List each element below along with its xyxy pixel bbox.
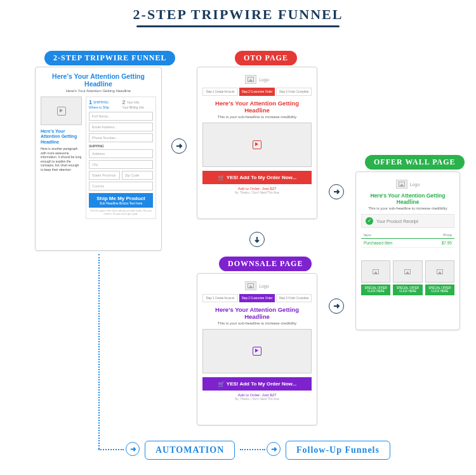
card2-label: OTO PAGE: [235, 51, 297, 65]
offer-button[interactable]: SPECIAL OFFER CLICK HERE: [361, 284, 390, 295]
play-icon: [253, 347, 261, 356]
dotted-connector: [98, 254, 100, 449]
logo-placeholder: [396, 180, 407, 189]
followup-box: Follow-Up Funnels: [286, 441, 390, 460]
shipping-label: SHIPPING: [89, 144, 153, 148]
tab-step1: Step 1 Create Account: [202, 294, 238, 302]
offer-1: SPECIAL OFFER CLICK HERE: [361, 260, 390, 295]
tab-step3: Step 3 Order Complete: [276, 294, 312, 302]
downsale-video: [202, 329, 312, 373]
image-icon: [399, 182, 405, 187]
table-header: ItemPrice: [361, 232, 454, 239]
table-row: Purchased Item$7.95: [361, 239, 454, 248]
city-input[interactable]: City: [89, 160, 153, 169]
offer-button[interactable]: SPECIAL OFFER CLICK HERE: [393, 284, 422, 295]
arrow-down-icon: [249, 232, 265, 247]
c1-video-thumb: [41, 97, 82, 125]
image-icon: [437, 269, 443, 274]
downsale-addline: Add to Order- Just $27: [202, 393, 312, 397]
oto-video: [202, 123, 312, 167]
diagram-title: 2-STEP TRIPWIRE FUNNEL: [0, 6, 476, 23]
downsale-sub: This is your sub-headline to increase cr…: [202, 321, 312, 325]
logo-text: Logo: [259, 77, 269, 82]
tab-step2: Step 2 Customize Order: [239, 88, 275, 96]
country-input[interactable]: Country: [89, 182, 153, 191]
cart-icon: [218, 175, 224, 180]
zip-input[interactable]: Zip Code: [122, 171, 153, 180]
offerwall-headline: Here's Your Attention Getting Headline: [361, 192, 454, 205]
offer-image: [361, 260, 390, 283]
offer-2: SPECIAL OFFER CLICK HERE: [393, 260, 422, 295]
play-icon: [253, 140, 261, 149]
cart-icon: [218, 382, 224, 387]
arrow-right-icon: [171, 138, 187, 154]
image-icon: [248, 77, 254, 82]
ship-product-button[interactable]: Ship Me My Product Sub Headline Button T…: [89, 193, 153, 208]
check-icon: ✓: [366, 217, 373, 225]
offer-button[interactable]: SPECIAL OFFER CLICK HERE: [425, 284, 454, 295]
fineprint: Text that goes here that nobody actually…: [89, 210, 153, 216]
c1-sub: Here's Your Attention Getting Headline: [41, 89, 156, 93]
logo-text: Logo: [259, 284, 269, 288]
step-1: 1SHIPPINGWhere to Ship: [89, 100, 120, 109]
offer-image: [425, 260, 454, 283]
oto-addline: Add to Order- Just $27: [202, 187, 312, 191]
dotted-connector: [98, 449, 124, 450]
image-icon: [404, 269, 411, 274]
oto-nothanks[interactable]: No, Thanks. I Don't Need This Now: [202, 191, 312, 194]
tripwire-card: Here's Your Attention Getting Headline H…: [35, 67, 162, 251]
card3-label: DOWNSALE PAGE: [219, 257, 312, 271]
logo-placeholder: [245, 281, 256, 290]
dotted-connector: [240, 449, 265, 450]
arrow-right-icon: [329, 298, 344, 314]
oto-card: Logo Step 1 Create Account Step 2 Custom…: [197, 67, 317, 219]
offer-3: SPECIAL OFFER CLICK HERE: [425, 260, 454, 295]
image-icon: [373, 269, 379, 274]
email-input[interactable]: Email Address...: [89, 123, 153, 131]
arrow-right-icon: [126, 442, 140, 456]
arrow-right-icon: [329, 184, 344, 199]
c1-headline: Here's Your Attention Getting Headline: [41, 72, 156, 88]
tab-step3: Step 3 Order Complete: [276, 88, 312, 96]
address-input[interactable]: Address: [89, 149, 153, 158]
oto-cta-button[interactable]: YES! Add To My Order Now...: [202, 171, 312, 184]
image-icon: [248, 283, 254, 288]
state-input[interactable]: State/ Province: [89, 171, 120, 180]
receipt-bar: ✓ Your Product Receipt: [361, 214, 454, 228]
offerwall-card: Logo Here's Your Attention Getting Headl…: [355, 171, 460, 330]
offerwall-sub: This is your sub-headline to increase cr…: [361, 206, 454, 210]
tab-step2: Step 2 Customize Order: [239, 294, 275, 302]
logo-text: Logo: [410, 182, 420, 187]
phone-input[interactable]: Phone Number...: [89, 133, 153, 142]
arrow-right-icon: [267, 442, 281, 456]
oto-sub: This is your sub-headline to increase cr…: [202, 115, 312, 119]
downsale-cta-button[interactable]: YES! Add To My Order Now...: [202, 377, 312, 391]
card1-label: 2-STEP TRIPWIRE FUNNEL: [44, 51, 175, 65]
downsale-nothanks[interactable]: No, Thanks. I Don't Need This Now: [202, 398, 312, 401]
automation-box: AUTOMATION: [145, 441, 235, 460]
step-2: 2Your InfoYour Billing Info: [122, 100, 154, 109]
downsale-headline: Here's Your Attention Getting Headline: [202, 306, 312, 320]
logo-placeholder: [245, 75, 256, 84]
oto-headline: Here's Your Attention Getting Headline: [202, 100, 312, 114]
downsale-card: Logo Step 1 Create Account Step 2 Custom…: [197, 273, 317, 425]
title-underline: [136, 25, 340, 27]
offer-image: [393, 260, 422, 283]
tab-step1: Step 1 Create Account: [202, 88, 238, 96]
c1-left-para: Here is another paragraph with more awes…: [41, 147, 82, 171]
full-name-input[interactable]: Full Name...: [89, 112, 153, 121]
play-icon: [57, 107, 66, 116]
card4-label: OFFER WALL PAGE: [365, 155, 465, 170]
c1-left-headline: Here's Your Attention Getting Headline: [41, 129, 82, 145]
